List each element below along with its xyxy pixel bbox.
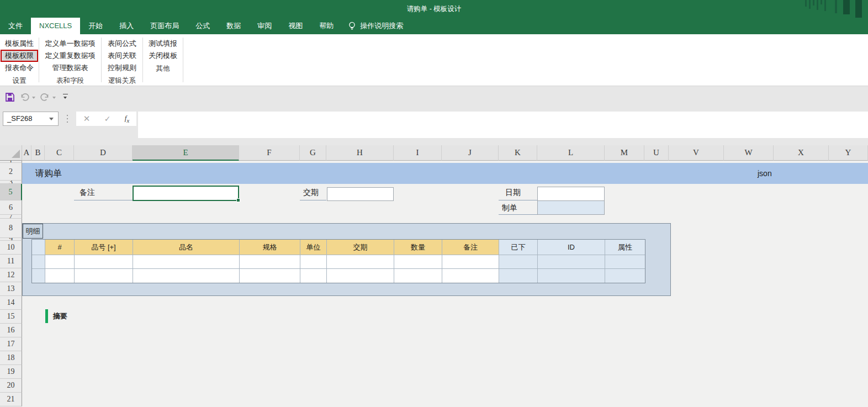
detail-col-header-1[interactable]: # [45, 240, 75, 255]
menu-tab-0[interactable]: 文件 [0, 18, 31, 34]
menu-tab-6[interactable]: 数据 [218, 18, 249, 34]
column-header-B[interactable]: B [31, 145, 45, 161]
summary-label[interactable]: 摘要 [53, 309, 67, 323]
detail-cell[interactable] [538, 255, 605, 269]
column-header-D[interactable]: D [74, 145, 133, 161]
detail-cell[interactable] [300, 269, 327, 283]
ribbon-item-highlighted[interactable]: 模板权限 [1, 50, 38, 62]
detail-cell[interactable] [75, 269, 133, 283]
select-all-corner[interactable] [0, 145, 22, 161]
menu-tab-5[interactable]: 公式 [187, 18, 218, 34]
ribbon-item[interactable]: 定义单一数据项 [42, 38, 99, 50]
detail-cell[interactable] [133, 269, 240, 283]
cancel-entry-icon[interactable]: ✕ [83, 114, 91, 124]
name-box[interactable]: _SF268 [3, 112, 59, 126]
detail-cell[interactable] [394, 269, 442, 283]
detail-cell[interactable] [45, 269, 75, 283]
ribbon-item[interactable]: 管理数据表 [49, 62, 92, 74]
selected-cell-E5[interactable] [133, 186, 239, 201]
detail-col-header-4[interactable]: 规格 [240, 240, 300, 255]
detail-cell[interactable] [394, 255, 442, 269]
column-header-V[interactable]: V [669, 145, 724, 161]
column-header-I[interactable]: I [394, 145, 442, 161]
detail-col-header-2[interactable]: 品号 [+] [75, 240, 133, 255]
save-button[interactable] [6, 93, 14, 104]
column-header-U[interactable]: U [644, 145, 669, 161]
column-header-F[interactable]: F [239, 145, 300, 161]
name-box-caret-icon[interactable] [49, 118, 54, 120]
detail-section-label[interactable]: 明细 [23, 224, 43, 239]
detail-col-header-8[interactable]: 备注 [442, 240, 499, 255]
customize-qat-icon[interactable] [63, 94, 68, 94]
detail-cell[interactable] [133, 255, 240, 269]
detail-col-header-7[interactable]: 数量 [394, 240, 442, 255]
delivery-label-cell[interactable]: 交期 [300, 184, 326, 200]
detail-col-header-3[interactable]: 品名 [133, 240, 240, 255]
column-header-M[interactable]: M [605, 145, 644, 161]
detail-col-header-11[interactable]: 属性 [605, 240, 645, 255]
column-header-H[interactable]: H [326, 145, 394, 161]
detail-col-header-9[interactable]: 已下 [499, 240, 538, 255]
menu-tab-7[interactable]: 审阅 [249, 18, 280, 34]
column-header-Y[interactable]: Y [829, 145, 868, 161]
ribbon-item[interactable]: 测试填报 [145, 38, 181, 50]
column-header-W[interactable]: W [724, 145, 774, 161]
detail-cell[interactable] [240, 255, 300, 269]
ribbon-item[interactable]: 报表命令 [2, 62, 37, 74]
menu-tab-4[interactable]: 页面布局 [142, 18, 187, 34]
detail-col-header-6[interactable]: 交期 [327, 240, 394, 255]
detail-cell[interactable] [499, 269, 538, 283]
menu-tab-9[interactable]: 帮助 [311, 18, 342, 34]
column-header-J[interactable]: J [442, 145, 499, 161]
ribbon-item[interactable]: 关闭模板 [145, 50, 181, 62]
column-header-C[interactable]: C [45, 145, 74, 161]
detail-cell[interactable] [327, 269, 394, 283]
detail-cell[interactable] [32, 269, 45, 283]
detail-cell[interactable] [32, 255, 45, 269]
detail-cell[interactable] [300, 255, 327, 269]
undo-dropdown-caret[interactable] [32, 97, 35, 99]
column-header-K[interactable]: K [499, 145, 537, 161]
detail-cell[interactable] [538, 269, 605, 283]
form-title-band[interactable]: 请购单 json [22, 163, 868, 184]
column-header-X[interactable]: X [774, 145, 829, 161]
tell-me-search[interactable]: 操作说明搜索 [348, 18, 403, 34]
ribbon-item[interactable]: 控制规则 [104, 62, 140, 74]
column-header-A[interactable]: A [22, 145, 31, 161]
maker-label-cell[interactable]: 制单 [499, 200, 537, 215]
maker-input-cell[interactable] [537, 200, 605, 215]
confirm-entry-icon[interactable]: ✓ [104, 114, 111, 123]
column-header-G[interactable]: G [300, 145, 326, 161]
detail-cell[interactable] [442, 255, 499, 269]
insert-function-icon[interactable]: fx [125, 114, 129, 124]
ribbon-item[interactable]: 模板属性 [2, 38, 37, 50]
detail-cell[interactable] [327, 255, 394, 269]
detail-cell[interactable] [45, 255, 75, 269]
remark-label-cell[interactable]: 备注 [74, 184, 133, 200]
fill-handle[interactable] [236, 198, 240, 202]
menu-tab-2[interactable]: 开始 [80, 18, 111, 34]
redo-button[interactable] [40, 93, 50, 103]
date-input-cell[interactable] [537, 187, 605, 201]
menu-tab-3[interactable]: 插入 [111, 18, 142, 34]
detail-cell[interactable] [75, 255, 133, 269]
menu-tab-8[interactable]: 视图 [280, 18, 311, 34]
column-header-E[interactable]: E [133, 145, 239, 161]
undo-button[interactable] [20, 93, 30, 103]
delivery-input-cell[interactable] [327, 187, 394, 201]
detail-cell[interactable] [605, 255, 645, 269]
detail-cell[interactable] [442, 269, 499, 283]
detail-col-header-5[interactable]: 单位 [300, 240, 327, 255]
ribbon-item[interactable]: 定义重复数据项 [42, 50, 99, 62]
detail-cell[interactable] [605, 269, 645, 283]
detail-cell[interactable] [240, 269, 300, 283]
detail-col-header-0[interactable] [32, 240, 45, 255]
redo-dropdown-caret[interactable] [52, 97, 56, 99]
detail-cell[interactable] [499, 255, 538, 269]
menu-tab-nxcells-active[interactable]: NXCELLS [31, 18, 80, 34]
ribbon-item[interactable]: 表间公式 [104, 38, 140, 50]
column-header-L[interactable]: L [537, 145, 605, 161]
date-label-cell[interactable]: 日期 [499, 184, 537, 200]
formula-bar-input[interactable] [138, 112, 868, 138]
detail-col-header-10[interactable]: ID [538, 240, 605, 255]
